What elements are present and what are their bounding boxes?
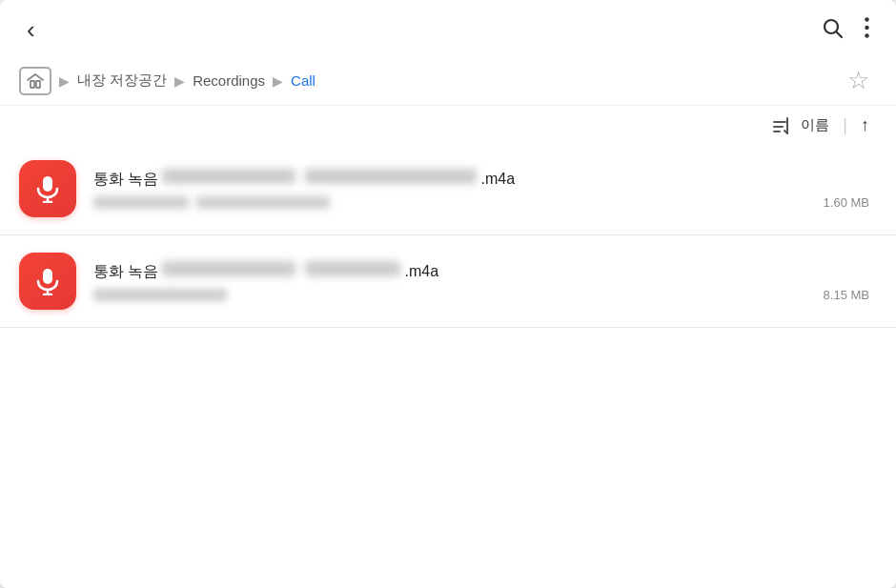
file-name-prefix-2: 통화 녹음 <box>93 262 158 282</box>
svg-point-2 <box>865 17 868 21</box>
file-ext-2: .m4a <box>404 263 438 280</box>
file-item-1[interactable]: 통화 녹음 .m4a 1.60 MB <box>0 143 896 235</box>
sort-label[interactable]: 이름 <box>801 116 829 134</box>
file-name-row-2: 통화 녹음 .m4a <box>93 261 869 282</box>
file-meta-blur-1b <box>196 196 330 209</box>
mic-icon-1 <box>33 174 62 203</box>
file-size-2: 8.15 MB <box>824 288 869 302</box>
svg-rect-6 <box>36 81 40 88</box>
file-meta-blur-1a <box>93 196 189 209</box>
svg-point-3 <box>865 25 868 29</box>
back-button[interactable]: ‹ <box>27 15 35 45</box>
star-button[interactable]: ☆ <box>847 66 869 95</box>
breadcrumb-arrow-1: ▶ <box>59 73 70 89</box>
file-name-prefix-1: 통화 녹음 <box>93 170 158 190</box>
home-icon[interactable] <box>19 67 51 95</box>
svg-line-1 <box>837 31 843 37</box>
sort-divider: | <box>843 115 847 135</box>
file-item-2[interactable]: 통화 녹음 .m4a 8.15 MB <box>0 235 896 328</box>
breadcrumb-storage[interactable]: 내장 저장공간 <box>77 71 167 90</box>
file-icon-1 <box>19 160 76 217</box>
breadcrumb-call[interactable]: Call <box>291 72 316 89</box>
file-info-2: 통화 녹음 .m4a 8.15 MB <box>93 261 869 302</box>
file-icon-2 <box>19 253 76 310</box>
file-meta-row-1: 1.60 MB <box>93 195 869 210</box>
file-name-blur-1a <box>162 169 295 184</box>
svg-rect-13 <box>43 269 52 284</box>
file-ext-1: .m4a <box>480 171 515 188</box>
search-button[interactable] <box>821 16 844 45</box>
top-bar-right <box>821 16 869 45</box>
file-name-blur-2b <box>305 261 400 276</box>
file-name-blur-1b <box>305 169 477 184</box>
file-meta-row-2: 8.15 MB <box>93 288 869 302</box>
top-bar: ‹ <box>0 0 896 56</box>
breadcrumb-arrow-3: ▶ <box>273 73 283 89</box>
file-name-blur-2a <box>162 261 295 276</box>
file-info-1: 통화 녹음 .m4a 1.60 MB <box>93 169 869 210</box>
sort-direction-button[interactable]: ↑ <box>861 115 869 135</box>
phone-container: ‹ <box>0 0 896 588</box>
top-bar-left: ‹ <box>27 15 35 45</box>
breadcrumb-recordings[interactable]: Recordings <box>193 72 265 89</box>
sort-icon <box>772 117 791 134</box>
mic-icon-2 <box>33 267 62 295</box>
svg-rect-5 <box>31 81 34 88</box>
breadcrumb-arrow-2: ▶ <box>174 73 185 89</box>
file-name-row-1: 통화 녹음 .m4a <box>93 169 869 190</box>
sort-bar: 이름 | ↑ <box>0 106 896 143</box>
file-meta-blur-2a <box>93 289 227 301</box>
more-options-button[interactable] <box>865 17 869 44</box>
svg-point-4 <box>865 33 868 37</box>
file-list: 통화 녹음 .m4a 1.60 MB <box>0 143 896 588</box>
svg-rect-10 <box>43 176 52 192</box>
breadcrumb-bar: ▶ 내장 저장공간 ▶ Recordings ▶ Call ☆ <box>0 56 896 106</box>
file-size-1: 1.60 MB <box>824 195 869 210</box>
